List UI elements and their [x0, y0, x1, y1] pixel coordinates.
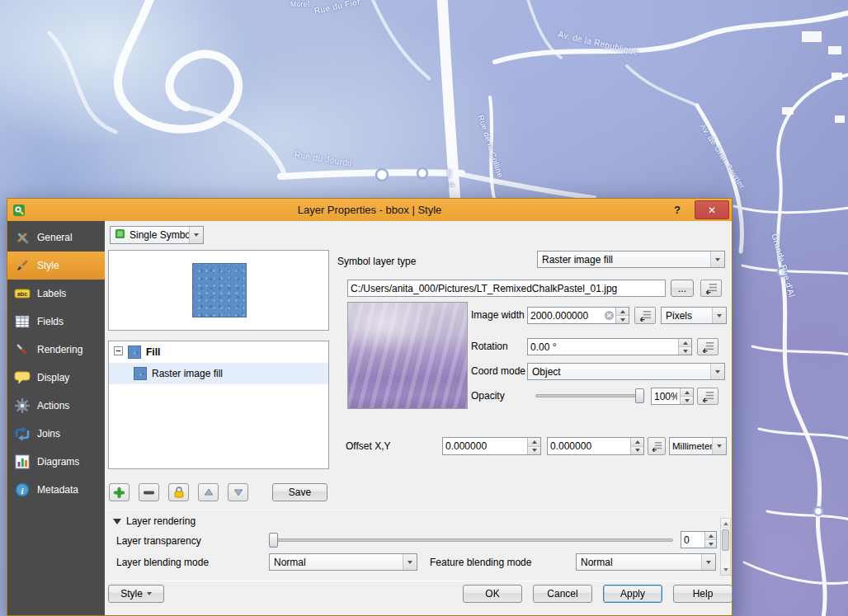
image-width-input[interactable]	[528, 308, 603, 323]
bar-chart-icon	[14, 454, 31, 470]
sidebar-item-actions[interactable]: Actions	[7, 392, 105, 420]
data-defined-override-button[interactable]	[697, 338, 718, 355]
cancel-button[interactable]: Cancel	[533, 585, 592, 603]
spin-arrows[interactable]	[630, 438, 643, 454]
collapse-expander-icon[interactable]	[114, 346, 123, 358]
spin-arrows[interactable]	[527, 438, 540, 454]
sidebar-label: Fields	[37, 316, 64, 327]
layer-transparency-spinbox[interactable]	[681, 531, 717, 548]
rendering-scrollbar[interactable]	[720, 518, 731, 576]
raster-fill-symbol-icon	[134, 367, 147, 380]
spin-arrows[interactable]	[680, 388, 693, 404]
lock-symbol-layer-button[interactable]	[168, 483, 189, 501]
offset-unit-value: Millimeter	[670, 438, 712, 454]
opacity-input[interactable]	[652, 388, 680, 404]
join-arrows-icon	[14, 426, 31, 442]
chevron-down-icon	[701, 554, 715, 570]
coord-mode-combobox[interactable]: Object	[527, 363, 725, 380]
arrow-up-icon	[203, 487, 214, 498]
tree-row-raster-image-fill[interactable]: Raster image fill	[109, 363, 328, 384]
spin-arrows[interactable]	[678, 339, 691, 355]
dialog-titlebar[interactable]: Layer Properties - bbox | Style ? ✕	[7, 199, 732, 221]
clear-value-icon[interactable]	[603, 308, 615, 323]
offset-y-input[interactable]	[548, 438, 630, 454]
apply-button[interactable]: Apply	[603, 585, 662, 603]
symbol-layer-type-combobox[interactable]: Raster image fill	[537, 251, 725, 268]
sidebar-item-fields[interactable]: Fields	[7, 308, 105, 336]
layer-transparency-input[interactable]	[681, 532, 704, 548]
data-defined-override-button[interactable]	[700, 280, 722, 297]
sidebar-item-diagrams[interactable]: Diagrams	[7, 448, 105, 476]
minus-icon	[143, 487, 155, 499]
spin-arrows[interactable]	[704, 532, 716, 548]
sidebar-item-display[interactable]: Display	[7, 364, 105, 392]
raster-image-preview	[347, 302, 468, 409]
renderer-combobox[interactable]: Single Symbol	[110, 226, 204, 244]
abc-label-icon: abc	[14, 285, 31, 302]
remove-symbol-layer-button[interactable]	[139, 483, 159, 501]
sidebar-item-general[interactable]: General	[7, 223, 105, 252]
spin-arrows[interactable]	[615, 308, 629, 323]
layer-blending-combobox[interactable]: Normal	[269, 553, 417, 571]
rotation-spinbox[interactable]	[527, 338, 692, 355]
sidebar-item-rendering[interactable]: Rendering	[7, 336, 105, 364]
sidebar-label: Display	[37, 372, 69, 383]
offset-y-spinbox[interactable]	[547, 437, 644, 455]
tree-row-fill[interactable]: Fill	[109, 341, 328, 363]
tree-fill-label: Fill	[146, 346, 160, 358]
sidebar-item-style[interactable]: Style	[7, 252, 105, 280]
sidebar-item-joins[interactable]: Joins	[7, 420, 105, 448]
help-button-footer[interactable]: Help	[673, 585, 733, 603]
table-icon	[14, 313, 31, 330]
scroll-down-icon[interactable]	[721, 565, 730, 575]
layer-blending-label: Layer blending mode	[116, 557, 209, 568]
image-width-spinbox[interactable]	[527, 307, 629, 324]
layer-transparency-slider[interactable]	[269, 532, 673, 548]
scroll-up-icon[interactable]	[721, 519, 730, 529]
add-symbol-layer-button[interactable]	[109, 483, 130, 501]
layer-rendering-header[interactable]: Layer rendering	[113, 515, 196, 527]
data-defined-override-button[interactable]	[634, 307, 656, 324]
save-symbol-button[interactable]: Save	[272, 483, 327, 501]
renderer-value: Single Symbol	[130, 229, 189, 241]
image-path-input[interactable]	[348, 280, 665, 296]
data-defined-icon	[651, 440, 663, 452]
opacity-label: Opacity	[471, 390, 505, 402]
scrollbar-track[interactable]	[721, 529, 730, 565]
feature-blending-value: Normal	[577, 554, 701, 570]
opacity-spinbox[interactable]	[651, 388, 694, 405]
data-defined-override-button[interactable]	[648, 437, 666, 455]
opacity-slider[interactable]	[535, 388, 644, 404]
style-menu-button[interactable]: Style	[108, 585, 164, 603]
feature-blending-combobox[interactable]: Normal	[576, 553, 716, 571]
move-layer-up-button[interactable]	[198, 483, 219, 501]
ok-button[interactable]: OK	[463, 585, 522, 603]
slider-groove[interactable]	[535, 394, 644, 397]
data-defined-icon	[701, 390, 715, 402]
move-layer-down-button[interactable]	[228, 483, 248, 501]
chevron-down-icon	[710, 364, 724, 379]
collapse-triangle-icon[interactable]	[113, 515, 121, 527]
image-width-unit-combobox[interactable]: Pixels	[661, 307, 727, 324]
offset-unit-combobox[interactable]: Millimeter	[669, 437, 727, 455]
offset-x-spinbox[interactable]	[442, 437, 541, 455]
close-button[interactable]: ✕	[695, 200, 729, 219]
offset-x-input[interactable]	[443, 438, 527, 454]
sidebar-label: Actions	[37, 400, 69, 411]
data-defined-override-button[interactable]	[697, 388, 718, 405]
scrollbar-thumb[interactable]	[722, 529, 729, 551]
wrench-hammer-icon	[14, 229, 31, 246]
slider-handle[interactable]	[635, 388, 644, 403]
help-button[interactable]: ?	[667, 199, 687, 221]
symbol-preview-box	[108, 250, 329, 331]
sidebar-item-metadata[interactable]: i Metadata	[7, 476, 105, 504]
rotation-input[interactable]	[528, 339, 678, 355]
sidebar-label: Metadata	[37, 484, 78, 496]
sidebar-item-labels[interactable]: abc Labels	[7, 280, 105, 308]
coord-mode-value: Object	[528, 364, 710, 379]
slider-handle[interactable]	[269, 533, 278, 548]
symbol-layer-type-value: Raster image fill	[538, 252, 710, 267]
map-label: Morel	[290, 0, 309, 8]
slider-groove[interactable]	[269, 538, 673, 542]
browse-file-button[interactable]: ...	[671, 280, 694, 297]
